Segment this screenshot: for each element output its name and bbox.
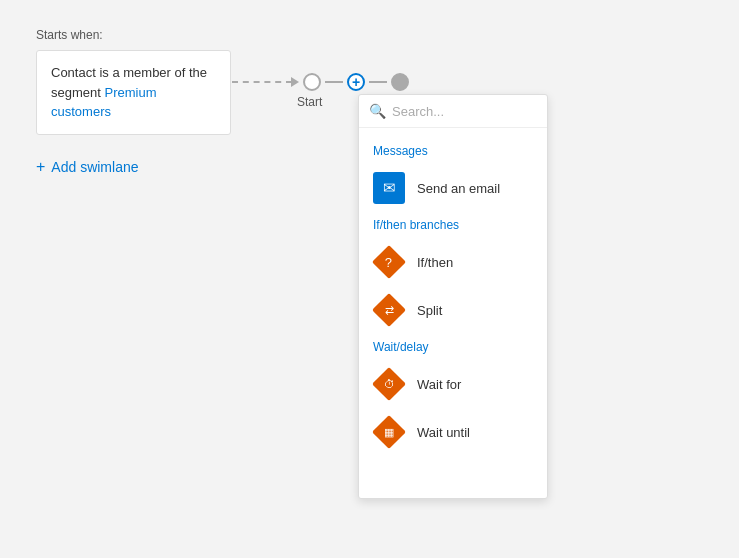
add-swimlane-label: Add swimlane xyxy=(51,159,138,175)
search-icon: 🔍 xyxy=(369,103,386,119)
arrow-head xyxy=(291,77,299,87)
start-label: Start xyxy=(297,95,322,109)
connector-area: + xyxy=(232,73,413,91)
ifthen-diamond: ? xyxy=(372,245,406,279)
split-icon: ⇄ xyxy=(385,305,394,316)
split-label: Split xyxy=(417,303,442,318)
line-between-2 xyxy=(369,81,387,83)
ifthen-icon-wrap: ? xyxy=(373,246,405,278)
wait-for-icon-wrap: ⏱ xyxy=(373,368,405,400)
ifthen-label: If/then xyxy=(417,255,453,270)
add-swimlane-button[interactable]: + Add swimlane xyxy=(36,158,139,176)
add-swimlane-icon: + xyxy=(36,158,45,176)
search-bar: 🔍 xyxy=(359,95,547,128)
wait-for-label: Wait for xyxy=(417,377,461,392)
section-wait-label: Wait/delay xyxy=(359,334,547,360)
wait-until-icon-wrap: ▦ xyxy=(373,416,405,448)
wait-until-diamond: ▦ xyxy=(372,415,406,449)
split-diamond: ⇄ xyxy=(372,293,406,327)
panel-content: Messages ✉ Send an email If/then branche… xyxy=(359,128,547,498)
panel-item-wait-until[interactable]: ▦ Wait until xyxy=(359,408,547,456)
calendar-icon: ▦ xyxy=(384,427,394,438)
circle-node-plus[interactable]: + xyxy=(347,73,365,91)
dropdown-panel: 🔍 Messages ✉ Send an email If/then branc… xyxy=(358,94,548,499)
wait-until-label: Wait until xyxy=(417,425,470,440)
send-email-label: Send an email xyxy=(417,181,500,196)
panel-item-wait-for[interactable]: ⏱ Wait for xyxy=(359,360,547,408)
panel-item-send-email[interactable]: ✉ Send an email xyxy=(359,164,547,212)
panel-item-split[interactable]: ⇄ Split xyxy=(359,286,547,334)
clock-icon: ⏱ xyxy=(384,379,395,390)
circle-node-dot[interactable] xyxy=(391,73,409,91)
section-messages-label: Messages xyxy=(359,138,547,164)
trigger-card: Contact is a member of the segment Premi… xyxy=(36,50,231,135)
send-email-icon-wrap: ✉ xyxy=(373,172,405,204)
canvas: Starts when: Contact is a member of the … xyxy=(0,0,739,558)
section-ifthen-label: If/then branches xyxy=(359,212,547,238)
wait-for-diamond: ⏱ xyxy=(372,367,406,401)
panel-item-ifthen[interactable]: ? If/then xyxy=(359,238,547,286)
question-icon: ? xyxy=(385,255,392,268)
email-icon: ✉ xyxy=(383,179,396,197)
circle-node-start[interactable] xyxy=(303,73,321,91)
search-input[interactable] xyxy=(392,104,537,119)
line-between xyxy=(325,81,343,83)
dashed-line xyxy=(232,81,292,83)
starts-when-label: Starts when: xyxy=(36,28,103,42)
split-icon-wrap: ⇄ xyxy=(373,294,405,326)
